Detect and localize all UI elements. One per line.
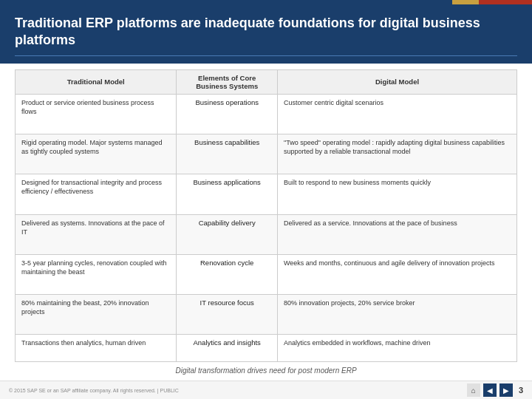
traditional-cell: 3-5 year planning cycles, renovation cou… bbox=[16, 254, 177, 294]
digital-cell: Customer centric digital scenarios bbox=[278, 94, 517, 134]
core-cell: Renovation cycle bbox=[177, 254, 278, 294]
traditional-cell: 80% maintaining the beast, 20% innovatio… bbox=[16, 295, 177, 335]
main-content: Traditional Model Elements of Core Busin… bbox=[0, 64, 532, 381]
digital-cell: 80% innovation projects, 20% service bro… bbox=[278, 295, 517, 335]
digital-cell: Delivered as a service. Innovations at t… bbox=[278, 214, 517, 254]
col-header-traditional: Traditional Model bbox=[16, 69, 177, 94]
core-cell: Analytics and insights bbox=[177, 335, 278, 362]
digital-cell: "Two speed" operating model : rapidly ad… bbox=[278, 134, 517, 174]
digital-cell: Analytics embedded in workflows, machine… bbox=[278, 335, 517, 362]
page: Traditional ERP platforms are inadequate… bbox=[0, 0, 532, 399]
table-row: Transactions then analytics, human drive… bbox=[16, 335, 517, 362]
bottom-bar: © 2015 SAP SE or an SAP affiliate compan… bbox=[0, 381, 532, 399]
traditional-cell: Transactions then analytics, human drive… bbox=[16, 335, 177, 362]
table-row: Designed for transactional integrity and… bbox=[16, 174, 517, 214]
core-cell: Capability delivery bbox=[177, 214, 278, 254]
digital-cell: Built to respond to new business moments… bbox=[278, 174, 517, 214]
digital-cell: Weeks and months, continuous and agile d… bbox=[278, 254, 517, 294]
table-row: Rigid operating model. Major systems man… bbox=[16, 134, 517, 174]
table-row: 80% maintaining the beast, 20% innovatio… bbox=[16, 295, 517, 335]
traditional-cell: Designed for transactional integrity and… bbox=[16, 174, 177, 214]
header-divider bbox=[15, 55, 517, 56]
next-button[interactable]: ▶ bbox=[499, 383, 513, 397]
nav-controls: ⌂ ◀ ▶ 3 bbox=[467, 383, 523, 397]
traditional-cell: Rigid operating model. Major systems man… bbox=[16, 134, 177, 174]
header: Traditional ERP platforms are inadequate… bbox=[0, 4, 532, 64]
copyright-text: © 2015 SAP SE or an SAP affiliate compan… bbox=[9, 388, 179, 393]
core-cell: Business capabilities bbox=[177, 134, 278, 174]
table-row: 3-5 year planning cycles, renovation cou… bbox=[16, 254, 517, 294]
prev-button[interactable]: ◀ bbox=[483, 383, 497, 397]
comparison-table: Traditional Model Elements of Core Busin… bbox=[15, 69, 517, 362]
core-cell: Business operations bbox=[177, 94, 278, 134]
table-row: Product or service oriented business pro… bbox=[16, 94, 517, 134]
traditional-cell: Product or service oriented business pro… bbox=[16, 94, 177, 134]
core-cell: IT resource focus bbox=[177, 295, 278, 335]
footer-text: Digital transformation drives need for p… bbox=[15, 362, 517, 378]
core-cell: Business applications bbox=[177, 174, 278, 214]
home-button[interactable]: ⌂ bbox=[467, 383, 480, 397]
table-row: Delivered as systems. Innovations at the… bbox=[16, 214, 517, 254]
col-header-core: Elements of Core Business Systems bbox=[177, 69, 278, 94]
col-header-digital: Digital Model bbox=[278, 69, 517, 94]
table-header-row: Traditional Model Elements of Core Busin… bbox=[16, 69, 517, 94]
page-number: 3 bbox=[519, 386, 523, 395]
page-title: Traditional ERP platforms are inadequate… bbox=[15, 15, 517, 50]
traditional-cell: Delivered as systems. Innovations at the… bbox=[16, 214, 177, 254]
